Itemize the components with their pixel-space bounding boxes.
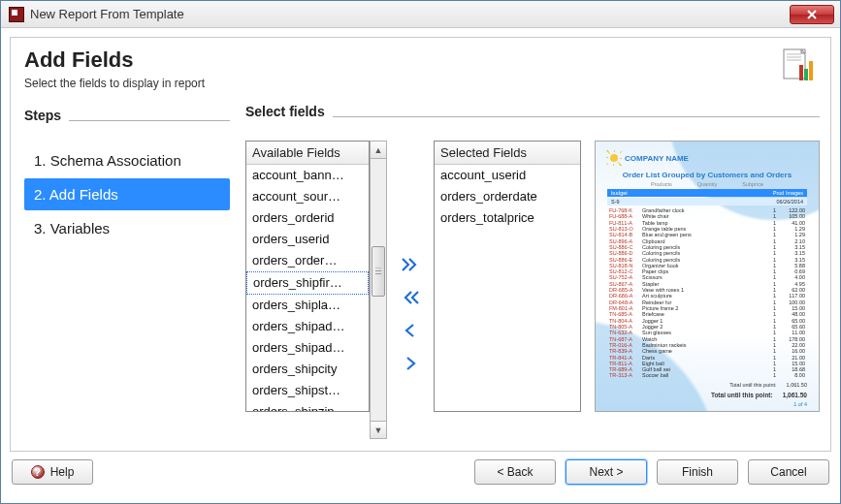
steps-heading: Steps [24,108,61,123]
sun-icon [607,151,621,165]
app-icon [9,7,24,22]
available-field-row[interactable]: orders_shipfir… [246,271,369,295]
available-field-row[interactable]: orders_shipad… [246,316,369,337]
preview-col-header: Quantity [697,181,717,187]
chevron-left-icon [402,324,419,337]
available-field-row[interactable]: account_sour… [246,186,369,207]
available-scrollbar[interactable]: ▲ ▼ [370,141,387,439]
wizard-panel: Add Fields Select the fields to display … [10,37,831,452]
preview-col-header: Subprice [742,181,763,187]
page-title: Add Fields [24,47,205,73]
available-field-row[interactable]: orders_userid [246,229,369,250]
svg-rect-6 [809,61,813,80]
report-preview: COMPANY NAME Order List Grouped by Custo… [595,141,820,412]
preview-data-row: TR-313-ASoccer ball18.00 [607,372,807,378]
scroll-down-button[interactable]: ▼ [371,421,386,438]
select-fields-heading: Select fields [245,104,325,119]
preview-total-label: Total until this point: [711,392,773,398]
selected-field-row[interactable]: orders_orderdate [435,186,580,207]
finish-button[interactable]: Finish [657,459,738,485]
back-button[interactable]: < Back [474,459,556,485]
preview-data-table: FU-768-KGrandfather clock1122.00FU-688-A… [607,207,807,379]
wizard-step[interactable]: 2. Add Fields [24,178,230,210]
available-fields-header: Available Fields [246,142,369,165]
window-close-button[interactable] [790,5,834,24]
wizard-step[interactable]: 3. Variables [24,212,230,244]
title-bar: New Report From Template [1,1,840,28]
preview-company-name: COMPANY NAME [625,154,689,163]
add-button[interactable] [399,353,422,374]
preview-page-number: 1 of 4 [607,401,807,407]
preview-title: Order List Grouped by Customers and Orde… [607,171,807,179]
window-title: New Report From Template [30,7,790,21]
available-field-row[interactable]: orders_shipla… [246,295,369,316]
divider [69,120,230,121]
selected-field-row[interactable]: account_userid [435,165,580,186]
remove-button[interactable] [399,320,422,341]
available-field-row[interactable]: orders_shipad… [246,337,369,359]
remove-all-button[interactable] [399,287,422,308]
available-field-row[interactable]: orders_order… [246,250,369,271]
wizard-step[interactable]: 1. Schema Association [24,144,230,176]
preview-band-right: Prod Images [773,190,803,196]
help-icon: ? [31,465,45,479]
available-field-row[interactable]: orders_shipzip [246,401,369,411]
available-field-row[interactable]: orders_orderid [246,207,369,229]
report-icon [780,47,817,87]
available-fields-listbox[interactable]: Available Fields account_bann…account_so… [245,141,370,412]
add-all-button[interactable] [399,254,422,275]
preview-band-left: budget [611,190,628,196]
selected-fields-listbox[interactable]: Selected Fields account_useridorders_ord… [434,141,581,412]
page-subtitle: Select the fields to display in report [24,77,205,90]
preview-subtotal-value: 1,061.50 [787,382,807,388]
svg-rect-4 [799,65,803,80]
chevron-right-icon [402,357,419,370]
scroll-thumb[interactable] [372,246,385,297]
double-chevron-right-icon [402,258,419,271]
scroll-track[interactable] [371,159,386,421]
help-button[interactable]: ? Help [12,459,93,485]
help-label: Help [50,465,75,479]
available-field-row[interactable]: account_bann… [246,165,369,186]
svg-rect-5 [804,69,808,80]
close-icon [806,9,818,20]
preview-subtotal-label: Total until this point: [729,382,776,388]
available-field-row[interactable]: orders_shipst… [246,380,369,401]
selected-fields-header: Selected Fields [435,142,580,165]
cancel-button[interactable]: Cancel [748,459,829,485]
next-button[interactable]: Next > [566,459,647,485]
preview-sub-right: 06/26/2014 [776,199,803,205]
selected-field-row[interactable]: orders_totalprice [435,207,580,229]
available-field-row[interactable]: orders_shipcity [246,359,369,380]
preview-sub-left: S-9 [611,199,620,205]
preview-total-value: 1,061.50 [783,392,807,398]
divider [333,116,820,117]
preview-col-header: Products [651,181,672,187]
scroll-up-button[interactable]: ▲ [371,142,386,159]
double-chevron-left-icon [402,291,419,304]
